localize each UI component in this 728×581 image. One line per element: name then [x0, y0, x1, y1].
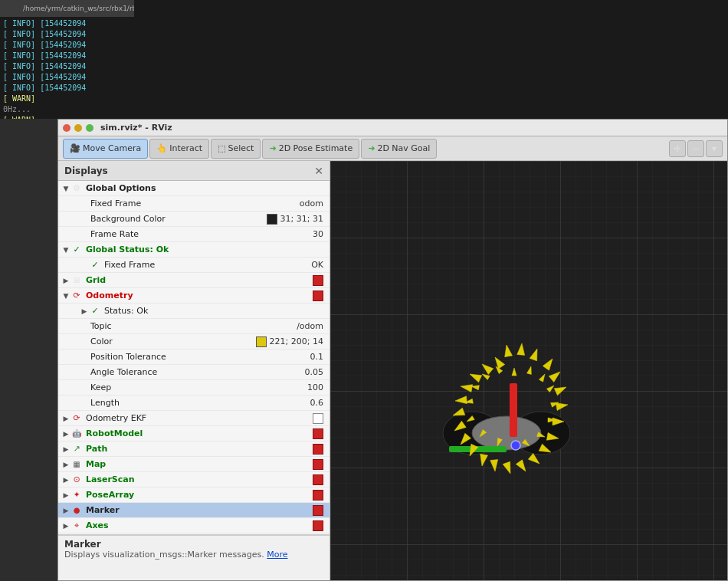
robot-model-row[interactable]: ▶ 🤖 RobotModel	[58, 426, 330, 441]
rviz-close-dot[interactable]	[63, 124, 71, 132]
map1-row[interactable]: ▶ ▦ Map	[58, 457, 330, 472]
map1-icon: ▦	[71, 458, 83, 471]
terminal-1-bar: /home/yrm/catkin_ws/src/rbx1/rbx1_nav/la…	[0, 0, 134, 17]
grid-enabled-checkbox[interactable]	[313, 275, 323, 286]
select-label: Select	[228, 143, 254, 153]
angle-tolerance-row[interactable]: Angle Tolerance 0.05	[58, 365, 330, 380]
fixed-frame-status-value: OK	[311, 260, 330, 270]
axes-expand[interactable]: ▶	[61, 521, 71, 530]
pose-array-expand[interactable]: ▶	[61, 491, 71, 500]
odometry-topic-row[interactable]: Topic /odom	[58, 319, 330, 334]
viewport[interactable]	[330, 161, 727, 580]
viewport-svg	[330, 161, 727, 580]
fixed-frame-row[interactable]: Fixed Frame odom	[58, 196, 330, 212]
frame-rate-row[interactable]: Frame Rate 30	[58, 227, 330, 242]
odometry-ekf-row[interactable]: ▶ ⟳ Odometry EKF	[58, 411, 330, 426]
odometry-ekf-expand[interactable]: ▶	[61, 414, 71, 423]
axes-row[interactable]: ▶ ⌖ Axes	[58, 518, 330, 533]
background-color-label: Background Color	[89, 214, 267, 224]
frame-rate-value[interactable]: 30	[313, 229, 330, 239]
length-value[interactable]: 0.6	[310, 398, 330, 408]
move-camera-button[interactable]: 🎥 Move Camera	[63, 139, 148, 159]
grid-row[interactable]: ▶ ⊞ Grid	[58, 273, 330, 288]
odometry-topic-value[interactable]: /odom	[297, 321, 330, 331]
terminal-area: /home/yrm/catkin_ws/src/rbx1/rbx1_nav/la…	[0, 0, 728, 119]
odometry-row[interactable]: ▼ ⟳ Odometry	[58, 288, 330, 304]
marker-enabled-checkbox[interactable]	[313, 505, 323, 516]
global-status-check-icon: ✓	[71, 244, 83, 256]
axes-enabled-checkbox[interactable]	[313, 520, 323, 531]
keep-value[interactable]: 100	[307, 382, 330, 392]
odometry-expand[interactable]: ▼	[61, 291, 71, 300]
pose-array-enabled-checkbox[interactable]	[313, 490, 323, 501]
background-color-value[interactable]: 31; 31; 31	[267, 214, 330, 225]
fixed-frame-status-row[interactable]: ✓ Fixed Frame OK	[58, 258, 330, 273]
global-options-expand[interactable]: ▼	[61, 184, 71, 193]
global-options-label: Global Options	[84, 183, 330, 193]
fixed-frame-check-icon: ✓	[89, 259, 101, 271]
camera-icon: 🎥	[70, 143, 80, 153]
background-color-row[interactable]: Background Color 31; 31; 31	[58, 212, 330, 227]
odometry-enabled-checkbox[interactable]	[313, 290, 323, 301]
axes-checkbox[interactable]	[313, 520, 330, 531]
minus-button[interactable]: −	[687, 140, 704, 157]
add-button[interactable]: ✛	[669, 140, 686, 157]
interact-button[interactable]: 👆 Interact	[149, 139, 209, 159]
laser-scan-row[interactable]: ▶ ⊙ LaserScan	[58, 472, 330, 487]
laser-scan-expand[interactable]: ▶	[61, 475, 71, 484]
global-status-row[interactable]: ▼ ✓ Global Status: Ok	[58, 242, 330, 258]
path1-checkbox[interactable]	[313, 444, 330, 455]
odometry-status-row[interactable]: ▶ ✓ Status: Ok	[58, 304, 330, 319]
length-row[interactable]: Length 0.6	[58, 396, 330, 411]
marker-row[interactable]: ▶ ● Marker	[58, 503, 330, 518]
grid-expand[interactable]: ▶	[61, 276, 71, 285]
robot-model-expand[interactable]: ▶	[61, 429, 71, 438]
laser-scan-enabled-checkbox[interactable]	[313, 474, 323, 485]
odometry-ekf-checkbox[interactable]	[313, 413, 330, 424]
hand-icon: 👆	[156, 143, 167, 153]
select-button[interactable]: ⬚ Select	[211, 139, 261, 159]
axes-label: Axes	[84, 520, 313, 530]
global-options-row[interactable]: ▼ ⚙ Global Options	[58, 181, 330, 196]
terminal-1[interactable]: /home/yrm/catkin_ws/src/rbx1/rbx1_nav/la…	[0, 0, 134, 119]
settings-button[interactable]: ▾	[706, 140, 723, 157]
odometry-color-value[interactable]: 221; 200; 14	[256, 336, 330, 347]
fixed-frame-value[interactable]: odom	[300, 199, 330, 208]
global-status-expand[interactable]: ▼	[61, 245, 71, 254]
displays-panel: Displays ✕ ▼ ⚙ Global Options Fixed Fram…	[58, 161, 330, 580]
path1-expand[interactable]: ▶	[61, 445, 71, 454]
rviz-max-dot[interactable]	[86, 124, 93, 132]
bottom-more-link[interactable]: More	[267, 550, 287, 560]
map1-enabled-checkbox[interactable]	[313, 459, 323, 470]
odometry-status-expand[interactable]: ▶	[80, 307, 89, 316]
map1-checkbox[interactable]	[313, 459, 330, 470]
marker-expand[interactable]: ▶	[61, 506, 71, 515]
nav-goal-button[interactable]: ➜ 2D Nav Goal	[361, 139, 437, 159]
position-tolerance-row[interactable]: Position Tolerance 0.1	[58, 350, 330, 365]
path1-enabled-checkbox[interactable]	[313, 444, 323, 455]
pose-array-checkbox[interactable]	[313, 490, 330, 501]
laser-scan-label: LaserScan	[84, 474, 313, 484]
keep-row[interactable]: Keep 100	[58, 380, 330, 396]
select-icon: ⬚	[218, 143, 225, 153]
pose-estimate-button[interactable]: ➜ 2D Pose Estimate	[262, 139, 359, 159]
gear-icon: ⚙	[71, 182, 83, 195]
pose-array-label: PoseArray	[84, 490, 313, 500]
position-tolerance-value[interactable]: 0.1	[310, 352, 330, 362]
rviz-min-dot[interactable]	[74, 124, 82, 132]
laser-scan-checkbox[interactable]	[313, 474, 330, 485]
path1-row[interactable]: ▶ ↗ Path	[58, 441, 330, 457]
panel-close-button[interactable]: ✕	[314, 165, 323, 177]
tree-area[interactable]: ▼ ⚙ Global Options Fixed Frame odom Back…	[58, 181, 330, 534]
angle-tolerance-value[interactable]: 0.05	[305, 367, 330, 377]
marker-checkbox[interactable]	[313, 505, 330, 516]
odometry-ekf-enabled-checkbox[interactable]	[313, 413, 323, 424]
bottom-title: Marker	[64, 539, 323, 550]
odometry-color-row[interactable]: Color 221; 200; 14	[58, 334, 330, 350]
pose-array-row[interactable]: ▶ ✦ PoseArray	[58, 487, 330, 503]
map1-expand[interactable]: ▶	[61, 460, 71, 469]
grid-checkbox[interactable]	[313, 275, 330, 286]
robot-model-checkbox[interactable]	[313, 428, 330, 439]
robot-model-enabled-checkbox[interactable]	[313, 428, 323, 439]
odometry-checkbox[interactable]	[313, 290, 330, 301]
